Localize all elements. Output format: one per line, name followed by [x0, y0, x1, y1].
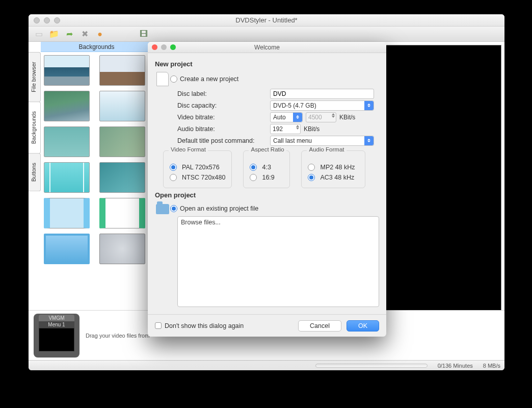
- backgrounds-header: Backgrounds: [41, 42, 152, 52]
- post-command-label: Default title post command:: [177, 137, 267, 144]
- bg-thumb[interactable]: [44, 55, 90, 86]
- bg-thumb[interactable]: [44, 162, 90, 193]
- disc-capacity-select[interactable]: DVD-5 (4.7 GB): [270, 100, 374, 111]
- status-bar: 0/136 Minutes 8 MB/s: [29, 360, 504, 370]
- tab-file-browser[interactable]: File browser: [29, 52, 41, 102]
- toolbar: ▭ 📁 ➦ ✖ ● 🎞: [29, 27, 504, 42]
- bg-thumb[interactable]: [99, 162, 145, 193]
- disc-capacity-label: Disc capacity:: [177, 102, 267, 109]
- add-file-icon[interactable]: 🎞: [138, 28, 150, 40]
- open-existing-label: Open an existing project file: [180, 205, 258, 212]
- post-command-select[interactable]: Call last menu: [270, 136, 374, 146]
- aspect-ratio-legend: Aspect Ratio: [249, 146, 286, 152]
- open-folder-icon[interactable]: 📁: [48, 28, 60, 40]
- ntsc-radio[interactable]: [170, 174, 177, 181]
- aspect-169-radio[interactable]: [250, 174, 257, 181]
- bg-thumb[interactable]: [44, 234, 90, 264]
- bg-thumb[interactable]: [99, 234, 145, 264]
- video-bitrate-value[interactable]: 4500: [306, 112, 336, 122]
- mp2-radio[interactable]: [308, 164, 315, 171]
- bg-thumb[interactable]: [99, 198, 145, 228]
- burn-disc-icon[interactable]: ●: [94, 28, 106, 40]
- open-existing-radio[interactable]: [170, 205, 177, 212]
- status-time: 0/136 Minutes: [438, 363, 473, 369]
- video-bitrate-mode-select[interactable]: Auto: [270, 112, 303, 122]
- chevron-updown-icon: [293, 113, 302, 122]
- pal-radio[interactable]: [170, 164, 177, 171]
- audio-format-legend: Audio Format: [307, 146, 346, 152]
- tab-backgrounds[interactable]: Backgrounds: [29, 101, 41, 154]
- aspect-ratio-group: Aspect Ratio 4:3 16:9: [243, 150, 290, 188]
- main-titlebar: DVDStyler - Untitled*: [29, 14, 504, 27]
- aspect-43-radio[interactable]: [250, 164, 257, 171]
- vmgm-title: VMGM: [39, 315, 74, 321]
- audio-bitrate-value[interactable]: 192: [270, 124, 301, 134]
- save-arrow-icon[interactable]: ➦: [63, 28, 75, 40]
- open-project-heading: Open project: [155, 191, 379, 199]
- create-new-radio[interactable]: [170, 75, 177, 83]
- bg-thumb[interactable]: [44, 198, 90, 228]
- bg-thumb[interactable]: [99, 91, 145, 121]
- settings-icon[interactable]: ✖: [78, 28, 91, 40]
- disc-label-input[interactable]: [270, 89, 374, 99]
- chevron-updown-icon: [364, 136, 374, 145]
- video-format-legend: Video Format: [169, 146, 208, 152]
- ok-button[interactable]: OK: [347, 320, 379, 332]
- audio-bitrate-label: Audio bitrate:: [177, 125, 267, 133]
- dont-show-checkbox[interactable]: [155, 322, 162, 329]
- vmgm-menu-label: Menu 1: [39, 321, 74, 328]
- video-format-group: Video Format PAL 720x576 NTSC 720x480: [163, 150, 232, 188]
- drag-hint: Drag your video files from: [86, 333, 149, 339]
- bg-thumb[interactable]: [99, 55, 145, 86]
- new-project-icon[interactable]: ▭: [33, 28, 45, 40]
- audio-format-group: Audio Format MP2 48 kHz AC3 48 kHz: [301, 150, 365, 188]
- create-new-label: Create a new project: [180, 75, 238, 83]
- bg-thumb[interactable]: [44, 91, 90, 121]
- dialog-title: Welcome: [148, 44, 386, 51]
- cancel-button[interactable]: Cancel: [298, 320, 341, 332]
- audio-bitrate-unit: KBit/s: [304, 125, 320, 133]
- new-project-heading: New project: [155, 60, 379, 68]
- disc-usage-bar: [315, 364, 428, 368]
- main-window-title: DVDStyler - Untitled*: [29, 16, 504, 24]
- vmgm-menu-thumb[interactable]: [39, 328, 74, 351]
- video-bitrate-label: Video bitrate:: [177, 114, 267, 121]
- recent-projects-list[interactable]: Browse files...: [177, 216, 379, 307]
- chevron-updown-icon: [364, 101, 374, 110]
- dialog-titlebar: Welcome: [148, 42, 386, 53]
- welcome-dialog: Welcome New project Create a new project…: [148, 42, 386, 337]
- tab-buttons[interactable]: Buttons: [29, 153, 41, 191]
- browse-files-item[interactable]: Browse files...: [181, 219, 221, 226]
- bg-thumb[interactable]: [44, 126, 90, 157]
- dont-show-label: Don't show this dialog again: [165, 322, 244, 329]
- ac3-radio[interactable]: [308, 174, 315, 181]
- vmgm-box[interactable]: VMGM Menu 1: [34, 314, 79, 358]
- disc-label-label: Disc label:: [177, 90, 267, 97]
- new-project-icon: [156, 72, 169, 86]
- status-rate: 8 MB/s: [483, 363, 500, 369]
- video-bitrate-unit: KBit/s: [339, 114, 355, 121]
- folder-open-icon: [156, 204, 169, 214]
- bg-thumb[interactable]: [99, 126, 145, 157]
